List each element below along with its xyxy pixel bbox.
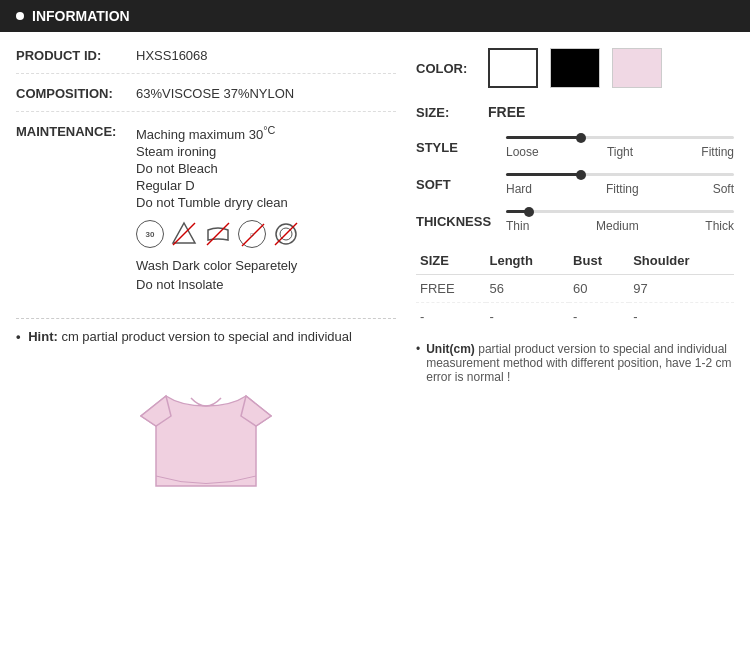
thickness-label-thin: Thin — [506, 219, 529, 233]
soft-label-soft: Soft — [713, 182, 734, 196]
color-swatch-white[interactable] — [488, 48, 538, 88]
product-id-value: HXSS16068 — [136, 48, 208, 63]
hint-row: • Hint: cm partial product version to sp… — [16, 318, 396, 344]
thickness-label-thick: Thick — [705, 219, 734, 233]
cell-length-0: 56 — [486, 275, 570, 303]
wash-note-1: Do not Insolate — [136, 277, 300, 292]
style-label-tight: Tight — [607, 145, 633, 159]
product-id-label: PRODUCT ID: — [16, 48, 136, 63]
hint-bullet: • — [16, 329, 21, 344]
wash-note-0: Wash Dark color Separetely — [136, 258, 300, 273]
table-row: - - - - — [416, 303, 734, 331]
maintenance-item-2: Do not Bleach — [136, 161, 300, 176]
size-section: SIZE: FREE — [416, 104, 734, 120]
maintenance-label: MAINTENANCE: — [16, 124, 136, 139]
table-header-row: SIZE Length Bust Shoulder — [416, 247, 734, 275]
maintenance-item-4: Do not Tumble dryry clean — [136, 195, 300, 210]
maintenance-row: MAINTENANCE: Maching maximum 30°C Steam … — [16, 124, 396, 306]
style-fill — [506, 136, 581, 139]
maintenance-item-0: Maching maximum 30°C — [136, 124, 300, 142]
thickness-slider-row: THICKNESS Thin Medium Thick — [416, 210, 734, 233]
table-body: FREE 56 60 97 - - - - — [416, 275, 734, 331]
no-iron-icon — [204, 220, 232, 248]
thickness-track-wrap: Thin Medium Thick — [506, 210, 734, 233]
right-panel: COLOR: SIZE: FREE STYLE Loose — [416, 48, 734, 506]
soft-track-wrap: Hard Fitting Soft — [506, 173, 734, 196]
composition-label: COMPOSITION: — [16, 86, 136, 101]
style-slider-row: STYLE Loose Tight Fitting — [416, 136, 734, 159]
thickness-label-medium: Medium — [596, 219, 639, 233]
soft-fill — [506, 173, 581, 176]
left-panel: PRODUCT ID: HXSS16068 COMPOSITION: 63%VI… — [16, 48, 396, 506]
size-label: SIZE: — [416, 105, 476, 120]
no-bleach-icon — [170, 220, 198, 248]
size-value: FREE — [488, 104, 525, 120]
table-row: FREE 56 60 97 — [416, 275, 734, 303]
no-dry-clean-icon: ○ — [238, 220, 266, 248]
care-icons-row: 30 — [136, 220, 300, 248]
composition-row: COMPOSITION: 63%VISCOSE 37%NYLON — [16, 86, 396, 112]
col-shoulder: Shoulder — [629, 247, 734, 275]
color-section: COLOR: — [416, 48, 734, 88]
style-track-wrap: Loose Tight Fitting — [506, 136, 734, 159]
col-length: Length — [486, 247, 570, 275]
cell-shoulder-1: - — [629, 303, 734, 331]
svg-line-2 — [207, 223, 229, 245]
header-dot — [16, 12, 24, 20]
style-label-loose: Loose — [506, 145, 539, 159]
composition-value: 63%VISCOSE 37%NYLON — [136, 86, 294, 101]
style-label: STYLE — [416, 140, 506, 155]
section-header: INFORMATION — [0, 0, 750, 32]
maintenance-list: Maching maximum 30°C Steam ironing Do no… — [136, 124, 300, 210]
table-head: SIZE Length Bust Shoulder — [416, 247, 734, 275]
soft-label: SOFT — [416, 177, 506, 192]
size-table: SIZE Length Bust Shoulder FREE 56 60 97 … — [416, 247, 734, 330]
soft-slider-row: SOFT Hard Fitting Soft — [416, 173, 734, 196]
unit-bold: Unit(cm) — [426, 342, 475, 356]
col-bust: Bust — [569, 247, 629, 275]
unit-note: • Unit(cm) partial product version to sp… — [416, 342, 734, 384]
thickness-labels: Thin Medium Thick — [506, 219, 734, 233]
svg-line-1 — [173, 223, 195, 245]
maintenance-item-1: Steam ironing — [136, 144, 300, 159]
shirt-illustration — [121, 356, 291, 506]
no-tumble-icon — [272, 220, 300, 248]
thickness-track[interactable] — [506, 210, 734, 213]
unit-bullet: • — [416, 342, 420, 356]
thickness-label: THICKNESS — [416, 214, 506, 229]
style-thumb[interactable] — [576, 133, 586, 143]
product-image — [16, 356, 396, 506]
cell-shoulder-0: 97 — [629, 275, 734, 303]
thickness-slider-section: THICKNESS Thin Medium Thick — [416, 210, 734, 233]
maintenance-details: Maching maximum 30°C Steam ironing Do no… — [136, 124, 300, 296]
col-size: SIZE — [416, 247, 486, 275]
color-label: COLOR: — [416, 61, 476, 76]
cell-length-1: - — [486, 303, 570, 331]
style-track[interactable] — [506, 136, 734, 139]
cell-size-0: FREE — [416, 275, 486, 303]
soft-slider-section: SOFT Hard Fitting Soft — [416, 173, 734, 196]
header-title: INFORMATION — [32, 8, 130, 24]
size-table-section: SIZE Length Bust Shoulder FREE 56 60 97 … — [416, 247, 734, 330]
product-id-row: PRODUCT ID: HXSS16068 — [16, 48, 396, 74]
cell-bust-0: 60 — [569, 275, 629, 303]
color-swatch-pink[interactable] — [612, 48, 662, 88]
soft-thumb[interactable] — [576, 170, 586, 180]
soft-track[interactable] — [506, 173, 734, 176]
wash-icon: 30 — [136, 220, 164, 248]
style-slider-section: STYLE Loose Tight Fitting — [416, 136, 734, 159]
unit-note-text: Unit(cm) partial product version to spec… — [426, 342, 734, 384]
cell-bust-1: - — [569, 303, 629, 331]
style-label-fitting: Fitting — [701, 145, 734, 159]
soft-label-fitting: Fitting — [606, 182, 639, 196]
hint-label: Hint: — [28, 329, 58, 344]
cell-size-1: - — [416, 303, 486, 331]
style-labels: Loose Tight Fitting — [506, 145, 734, 159]
color-swatch-black[interactable] — [550, 48, 600, 88]
maintenance-item-3: Regular D — [136, 178, 300, 193]
thickness-thumb[interactable] — [524, 207, 534, 217]
hint-text: cm partial product version to special an… — [61, 329, 352, 344]
soft-labels: Hard Fitting Soft — [506, 182, 734, 196]
svg-line-6 — [275, 223, 297, 245]
soft-label-hard: Hard — [506, 182, 532, 196]
